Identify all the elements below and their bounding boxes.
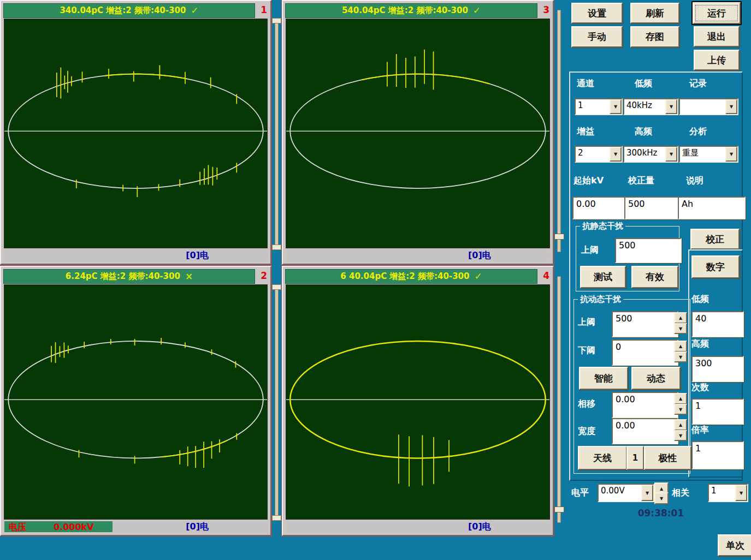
dynamic-lower-input[interactable]: 0 — [612, 339, 678, 366]
width-label: 宽度 — [578, 426, 595, 437]
pd-panel-1: 340.04pC 增益:2 频带:40-300 ✓ 1 [0]电 — [0, 0, 271, 265]
exit-button[interactable]: 退出 — [694, 26, 740, 47]
single-shot-button[interactable]: 单次 — [718, 534, 751, 556]
dynamic-button[interactable]: 动态 — [631, 367, 681, 390]
antenna-count-box[interactable]: 1 — [626, 446, 644, 470]
digital-low-freq-label: 低频 — [691, 294, 709, 305]
panel-status-bar: 电压 0.000kV [0]电 — [4, 521, 268, 533]
analysis-select[interactable]: 重显 ▼ — [679, 146, 738, 163]
status-text: [0]电 — [186, 521, 209, 533]
phase-shift-input[interactable]: 0.00 — [612, 392, 678, 418]
gain-slider-track[interactable] — [557, 10, 561, 252]
analysis-value: 重显 — [680, 147, 725, 162]
run-button[interactable]: 运行 — [693, 2, 741, 24]
chevron-down-icon[interactable]: ▼ — [641, 485, 653, 501]
settings-button[interactable]: 设置 — [571, 3, 623, 23]
polarity-button[interactable]: 极性 — [644, 446, 691, 470]
digital-button[interactable]: 数字 — [691, 255, 740, 278]
pd-ellipse-plot — [286, 19, 550, 248]
anti-dynamic-title: 抗动态干扰 — [578, 294, 623, 305]
antenna-button[interactable]: 天线 — [578, 446, 627, 470]
start-kv-input[interactable]: 0.00 — [572, 196, 630, 219]
panel-title-bar: 6 40.04pC 增益:2 频带:40-300 ✓ — [285, 269, 537, 284]
slider-cap — [272, 18, 281, 23]
gain-select[interactable]: 2 ▼ — [575, 146, 623, 163]
panel-status-bar: [0]电 — [286, 249, 550, 261]
dynamic-upper-input[interactable]: 500 — [612, 311, 678, 337]
slider-thumb[interactable] — [554, 507, 564, 513]
chevron-down-icon[interactable]: ▼ — [610, 99, 622, 114]
test-button[interactable]: 测试 — [580, 266, 626, 288]
save-image-button[interactable]: 存图 — [630, 26, 679, 47]
width-input[interactable]: 0.00 — [612, 418, 678, 444]
chevron-down-icon[interactable]: ▼ — [665, 99, 677, 114]
spin-down-button[interactable]: ▼ — [674, 352, 687, 362]
static-upper-input[interactable]: 500 — [615, 238, 682, 263]
chevron-down-icon[interactable]: ▼ — [725, 147, 737, 162]
pd-ellipse-plot — [4, 19, 268, 248]
pd-panel-4: 6 40.04pC 增益:2 频带:40-300 ✓ 4 [0]电 — [282, 266, 554, 536]
pd-ellipse-plot — [4, 284, 268, 520]
dynamic-upper-label: 上阈 — [578, 317, 595, 328]
slider-cap — [272, 515, 281, 521]
slider-thumb[interactable] — [554, 234, 564, 240]
count-label: 次数 — [691, 382, 709, 394]
upload-button[interactable]: 上传 — [694, 50, 740, 70]
manual-button[interactable]: 手动 — [571, 26, 623, 47]
spin-up-button[interactable]: ▲ — [674, 312, 687, 324]
cross-icon: × — [185, 272, 193, 281]
chevron-down-icon[interactable]: ▼ — [735, 485, 747, 501]
spin-down-button[interactable]: ▼ — [654, 492, 669, 504]
panel-title: 6 40.04pC 增益:2 频带:40-300 — [340, 271, 469, 282]
analysis-label: 分析 — [689, 126, 707, 138]
refresh-button[interactable]: 刷新 — [630, 3, 679, 23]
channel-select[interactable]: 1 ▼ — [575, 98, 623, 115]
count-input[interactable]: 1 — [691, 398, 744, 425]
channel-value: 1 — [576, 99, 610, 114]
cal-amount-label: 校正量 — [628, 175, 654, 187]
check-icon: ✓ — [474, 272, 482, 281]
slider-cap — [272, 245, 281, 250]
slider-cap — [272, 284, 281, 290]
chevron-down-icon[interactable]: ▼ — [725, 99, 737, 114]
digital-low-freq-input[interactable]: 40 — [691, 311, 744, 337]
dynamic-lower-label: 下阈 — [578, 345, 595, 356]
gain-slider-track[interactable] — [275, 285, 279, 519]
gain-slider-track[interactable] — [275, 19, 279, 250]
spin-down-button[interactable]: ▼ — [674, 430, 687, 441]
calibrate-button[interactable]: 校正 — [690, 229, 740, 249]
spin-up-button[interactable]: ▲ — [674, 341, 687, 352]
level-select[interactable]: 0.00V ▼ — [598, 484, 654, 502]
panel-title-bar: 340.04pC 增益:2 频带:40-300 ✓ — [3, 3, 255, 18]
gain-slider-track[interactable] — [557, 276, 561, 523]
spin-down-button[interactable]: ▼ — [674, 323, 687, 334]
high-freq-select[interactable]: 300kHz ▼ — [623, 146, 678, 163]
level-value: 0.00V — [599, 485, 641, 501]
panel-title: 6.24pC 增益:2 频带:40-300 — [66, 271, 180, 282]
digital-high-freq-label: 高频 — [691, 338, 709, 350]
voltage-value: 0.000kV — [54, 522, 94, 532]
chevron-down-icon[interactable]: ▼ — [665, 147, 677, 162]
cal-amount-input[interactable]: 500 — [624, 196, 684, 219]
panel-number-badge: 3 — [543, 4, 549, 15]
note-input[interactable]: Ah — [678, 196, 746, 219]
ratio-input[interactable]: 1 — [691, 441, 744, 469]
spin-down-button[interactable]: ▼ — [674, 404, 687, 415]
spin-up-button[interactable]: ▲ — [674, 393, 687, 404]
low-freq-select[interactable]: 40kHz ▼ — [623, 98, 678, 115]
status-text: [0]电 — [468, 521, 491, 533]
panel-title: 340.04pC 增益:2 频带:40-300 — [60, 5, 186, 16]
panel-number-badge: 1 — [261, 4, 267, 15]
check-icon: ✓ — [473, 6, 481, 15]
digital-high-freq-input[interactable]: 300 — [691, 356, 744, 382]
pd-panel-3: 6.24pC 增益:2 频带:40-300 × 2 电压 0.000kV [0]… — [0, 266, 271, 536]
record-select[interactable]: ▼ — [679, 98, 738, 115]
phase-shift-label: 相移 — [578, 398, 595, 410]
smart-button[interactable]: 智能 — [579, 367, 628, 390]
spin-up-button[interactable]: ▲ — [674, 419, 687, 431]
valid-button[interactable]: 有效 — [631, 266, 678, 288]
chevron-down-icon[interactable]: ▼ — [610, 147, 622, 162]
related-select[interactable]: 1 ▼ — [708, 484, 748, 502]
gain-label: 增益 — [577, 126, 594, 138]
panel-title: 540.04pC 增益:2 频带:40-300 — [342, 5, 468, 16]
